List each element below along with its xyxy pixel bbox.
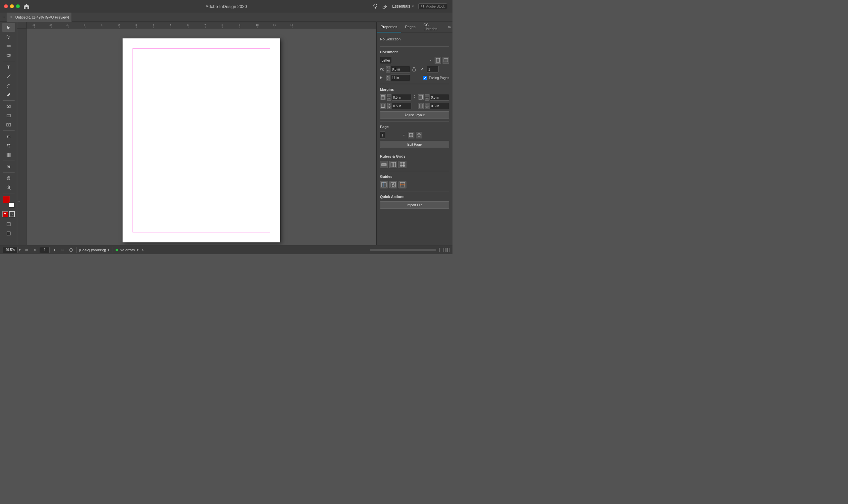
- portrait-icon-btn[interactable]: [435, 57, 441, 64]
- nav-prev-btn[interactable]: ◀: [32, 247, 37, 253]
- column-guides-btn[interactable]: [389, 161, 397, 168]
- page-number-wrapper[interactable]: 1: [380, 131, 406, 139]
- tab-properties[interactable]: Properties: [377, 22, 401, 33]
- page-number-select[interactable]: 1: [380, 131, 385, 139]
- guides-show-btn[interactable]: [380, 181, 388, 188]
- width-down[interactable]: ▼: [386, 70, 390, 73]
- guides-lock-btn[interactable]: [389, 181, 397, 188]
- delete-page-button[interactable]: [416, 132, 422, 139]
- import-file-button[interactable]: Import File: [380, 201, 449, 209]
- search-bar[interactable]: Adobe Stock: [418, 3, 447, 9]
- nav-first-btn[interactable]: ⏮: [24, 247, 29, 253]
- errors-arrow[interactable]: ▼: [136, 248, 139, 252]
- margin-top-down[interactable]: ▼: [387, 98, 391, 101]
- image-frame-tool[interactable]: [2, 102, 15, 111]
- grid-btn[interactable]: [399, 161, 406, 168]
- margin-bottom-input[interactable]: [391, 103, 411, 109]
- nav-last-btn[interactable]: ⏭: [60, 247, 66, 253]
- scissors-tool[interactable]: [2, 132, 15, 141]
- close-button[interactable]: [4, 4, 8, 8]
- margin-right-up[interactable]: ▲: [425, 94, 429, 97]
- preview-mode[interactable]: [2, 229, 15, 238]
- layer-preset-arrow[interactable]: ▼: [107, 248, 110, 252]
- tab-close-button[interactable]: ×: [9, 15, 13, 19]
- width-stepper[interactable]: ▲ ▼: [386, 66, 390, 73]
- table-tool[interactable]: [2, 151, 15, 159]
- landscape-icon-btn[interactable]: [443, 57, 449, 64]
- tab-collapse-left[interactable]: ⋯: [0, 13, 7, 22]
- preflight-link[interactable]: >: [142, 248, 144, 252]
- width-input[interactable]: [390, 66, 410, 73]
- text-color-swatch[interactable]: T: [2, 211, 8, 217]
- margin-left-down[interactable]: ▼: [425, 106, 429, 109]
- gap-tool[interactable]: [2, 42, 15, 50]
- width-up[interactable]: ▲: [386, 66, 390, 69]
- pencil-tool[interactable]: [2, 90, 15, 99]
- fit-page-btn[interactable]: [439, 247, 444, 253]
- lock-spread-btn[interactable]: [68, 247, 73, 253]
- height-down[interactable]: ▼: [386, 78, 390, 81]
- selection-tool[interactable]: [2, 23, 15, 32]
- rectangle-tool[interactable]: [2, 111, 15, 120]
- zoom-tool[interactable]: [2, 183, 15, 192]
- pages-input[interactable]: [427, 66, 439, 73]
- line-tool[interactable]: [2, 72, 15, 80]
- maximize-button[interactable]: [16, 4, 20, 8]
- direct-selection-tool[interactable]: [2, 33, 15, 41]
- tab-cc-libraries[interactable]: CC Libraries: [419, 22, 446, 33]
- ruler-icon-btn[interactable]: [380, 161, 388, 168]
- gradient-tool[interactable]: [2, 162, 15, 171]
- lock-spread-icon: [69, 248, 73, 252]
- edit-page-button[interactable]: Edit Page: [380, 141, 449, 148]
- stroke-swatch[interactable]: [8, 202, 15, 208]
- zoom-input[interactable]: [3, 247, 18, 253]
- share-icon[interactable]: [382, 3, 388, 9]
- height-up[interactable]: ▲: [386, 75, 390, 78]
- adjust-layout-button[interactable]: Adjust Layout: [380, 111, 449, 119]
- margin-right-stepper[interactable]: ▲ ▼: [425, 94, 429, 101]
- color-swatch-group[interactable]: [3, 196, 15, 208]
- multi-frame-tool[interactable]: [2, 121, 15, 129]
- margin-right-input[interactable]: [429, 94, 449, 101]
- canvas-content: [26, 29, 376, 245]
- margin-top-up[interactable]: ▲: [387, 94, 391, 97]
- hand-tool[interactable]: [2, 174, 15, 182]
- guides-smart-btn[interactable]: [399, 181, 406, 188]
- content-collector-tool[interactable]: [2, 51, 15, 60]
- margin-bottom-down[interactable]: ▼: [387, 106, 391, 109]
- margin-right-down[interactable]: ▼: [425, 98, 429, 101]
- pen-tool[interactable]: [2, 81, 15, 90]
- margin-top-input[interactable]: [391, 94, 411, 101]
- home-icon[interactable]: [23, 3, 30, 10]
- facing-pages-checkbox[interactable]: [423, 76, 427, 80]
- tab-pages[interactable]: Pages: [401, 22, 419, 33]
- frame-color-swatch[interactable]: □: [9, 211, 15, 217]
- margin-left-input[interactable]: [429, 103, 449, 109]
- margin-left-up[interactable]: ▲: [425, 103, 429, 106]
- normal-view-btn[interactable]: [444, 247, 450, 253]
- margin-top-stepper[interactable]: ▲ ▼: [387, 94, 391, 101]
- essentials-dropdown[interactable]: Essentials ▼: [392, 4, 415, 8]
- lightbulb-icon[interactable]: [372, 3, 378, 9]
- margin-bottom-up[interactable]: ▲: [387, 103, 391, 106]
- height-input[interactable]: [390, 74, 410, 81]
- document-tab[interactable]: × Untitled-1 @ 49% [GPU Preview]: [7, 13, 72, 22]
- type-tool[interactable]: T: [2, 62, 15, 71]
- current-page-input[interactable]: [40, 247, 50, 253]
- margin-link-icon[interactable]: ⋮: [413, 95, 417, 100]
- nav-next-btn[interactable]: ▶: [52, 247, 58, 253]
- normal-mode[interactable]: [2, 220, 15, 229]
- panel-collapse-right[interactable]: ≫: [446, 22, 453, 32]
- margin-bottom-stepper[interactable]: ▲ ▼: [387, 103, 391, 109]
- free-transform-tool[interactable]: [2, 141, 15, 150]
- add-page-button[interactable]: [408, 132, 414, 139]
- document-preset-wrapper[interactable]: Letter: [380, 57, 433, 64]
- height-stepper[interactable]: ▲ ▼: [386, 75, 390, 81]
- document-preset-select[interactable]: Letter: [380, 57, 392, 64]
- minimize-button[interactable]: [10, 4, 14, 8]
- scroll-bar[interactable]: [370, 249, 436, 251]
- dimension-lock-icon[interactable]: [411, 67, 417, 72]
- margin-left-stepper[interactable]: ▲ ▼: [425, 103, 429, 109]
- document-page[interactable]: [123, 38, 280, 242]
- zoom-dropdown-arrow[interactable]: ▼: [18, 248, 21, 252]
